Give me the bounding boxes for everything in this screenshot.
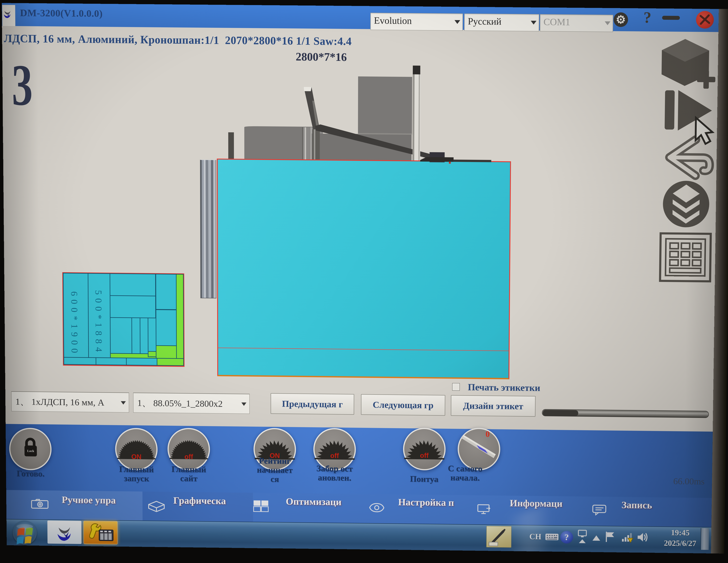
svg-text:0: 0 bbox=[486, 430, 490, 439]
svg-text:Lock: Lock bbox=[27, 449, 34, 453]
